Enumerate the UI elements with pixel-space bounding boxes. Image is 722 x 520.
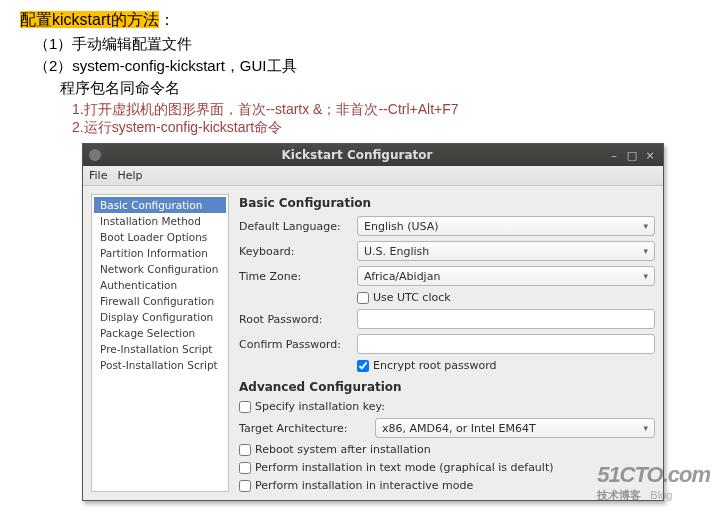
interactive-checkbox[interactable]: Perform installation in interactive mode [239, 479, 473, 492]
confirm-label: Confirm Password: [239, 338, 351, 351]
tz-combo[interactable]: Africa/Abidjan ▾ [357, 266, 655, 286]
reboot-checkbox[interactable]: Reboot system after installation [239, 443, 431, 456]
tz-value: Africa/Abidjan [364, 270, 440, 283]
watermark-main: 51CTO.com [597, 462, 710, 488]
sidebar-item-basic[interactable]: Basic Configuration [94, 197, 226, 213]
menubar: File Help [83, 166, 663, 186]
utc-checkbox[interactable]: Use UTC clock [357, 291, 451, 304]
dropdown-icon: ▾ [643, 271, 648, 281]
speckey-checkbox[interactable]: Specify installation key: [239, 400, 385, 413]
interactive-label: Perform installation in interactive mode [255, 479, 473, 492]
window-titlebar[interactable]: Kickstart Configurator – □ × [83, 144, 663, 166]
heading-highlight: 配置kickstart的方法 [20, 11, 159, 28]
sidebar-item-network[interactable]: Network Configuration [94, 261, 226, 277]
doc-sub-1: 1.打开虚拟机的图形界面，首次--startx &；非首次--Ctrl+Alt+… [72, 101, 702, 119]
textmode-checkbox-input[interactable] [239, 462, 251, 474]
doc-line-1: （1）手动编辑配置文件 [34, 35, 702, 54]
sidebar-item-partition[interactable]: Partition Information [94, 245, 226, 261]
reboot-label: Reboot system after installation [255, 443, 431, 456]
utc-label: Use UTC clock [373, 291, 451, 304]
sidebar-item-auth[interactable]: Authentication [94, 277, 226, 293]
app-icon [89, 149, 101, 161]
dropdown-icon: ▾ [643, 221, 648, 231]
close-button[interactable]: × [643, 149, 657, 162]
kbd-label: Keyboard: [239, 245, 351, 258]
arch-value: x86, AMD64, or Intel EM64T [382, 422, 536, 435]
doc-line-3: 程序包名同命令名 [60, 79, 702, 98]
sidebar-item-boot[interactable]: Boot Loader Options [94, 229, 226, 245]
sidebar: Basic Configuration Installation Method … [91, 194, 229, 492]
menu-file[interactable]: File [89, 169, 107, 182]
reboot-checkbox-input[interactable] [239, 444, 251, 456]
app-window: Kickstart Configurator – □ × File Help B… [82, 143, 664, 501]
kbd-value: U.S. English [364, 245, 429, 258]
watermark: 51CTO.com 技术博客 Blog [597, 462, 710, 503]
adv-section-title: Advanced Configuration [239, 380, 655, 394]
minimize-button[interactable]: – [607, 149, 621, 162]
speckey-label: Specify installation key: [255, 400, 385, 413]
sidebar-item-install[interactable]: Installation Method [94, 213, 226, 229]
lang-label: Default Language: [239, 220, 351, 233]
dropdown-icon: ▾ [643, 246, 648, 256]
doc-sub-2: 2.运行system-config-kickstart命令 [72, 119, 702, 137]
sidebar-item-firewall[interactable]: Firewall Configuration [94, 293, 226, 309]
window-title: Kickstart Configurator [107, 148, 607, 162]
utc-checkbox-input[interactable] [357, 292, 369, 304]
dropdown-icon: ▾ [643, 423, 648, 433]
tz-label: Time Zone: [239, 270, 351, 283]
kbd-combo[interactable]: U.S. English ▾ [357, 241, 655, 261]
basic-section-title: Basic Configuration [239, 196, 655, 210]
encrypt-checkbox-input[interactable] [357, 360, 369, 372]
confirm-password-input[interactable] [357, 334, 655, 354]
arch-label: Target Architecture: [239, 422, 369, 435]
root-password-input[interactable] [357, 309, 655, 329]
encrypt-label: Encrypt root password [373, 359, 497, 372]
sidebar-item-postscript[interactable]: Post-Installation Script [94, 357, 226, 373]
menu-help[interactable]: Help [117, 169, 142, 182]
window-body: Basic Configuration Installation Method … [83, 186, 663, 500]
arch-combo[interactable]: x86, AMD64, or Intel EM64T ▾ [375, 418, 655, 438]
sidebar-item-prescript[interactable]: Pre-Installation Script [94, 341, 226, 357]
maximize-button[interactable]: □ [625, 149, 639, 162]
root-label: Root Password: [239, 313, 351, 326]
lang-combo[interactable]: English (USA) ▾ [357, 216, 655, 236]
speckey-checkbox-input[interactable] [239, 401, 251, 413]
page-heading: 配置kickstart的方法： [20, 10, 702, 31]
textmode-label: Perform installation in text mode (graph… [255, 461, 554, 474]
sidebar-item-display[interactable]: Display Configuration [94, 309, 226, 325]
watermark-sub: 技术博客 Blog [597, 488, 710, 503]
textmode-checkbox[interactable]: Perform installation in text mode (graph… [239, 461, 554, 474]
main-panel: Basic Configuration Default Language: En… [239, 194, 655, 492]
interactive-checkbox-input[interactable] [239, 480, 251, 492]
doc-line-2: （2）system-config-kickstart，GUI工具 [34, 57, 702, 76]
encrypt-checkbox[interactable]: Encrypt root password [357, 359, 497, 372]
sidebar-item-package[interactable]: Package Selection [94, 325, 226, 341]
lang-value: English (USA) [364, 220, 439, 233]
